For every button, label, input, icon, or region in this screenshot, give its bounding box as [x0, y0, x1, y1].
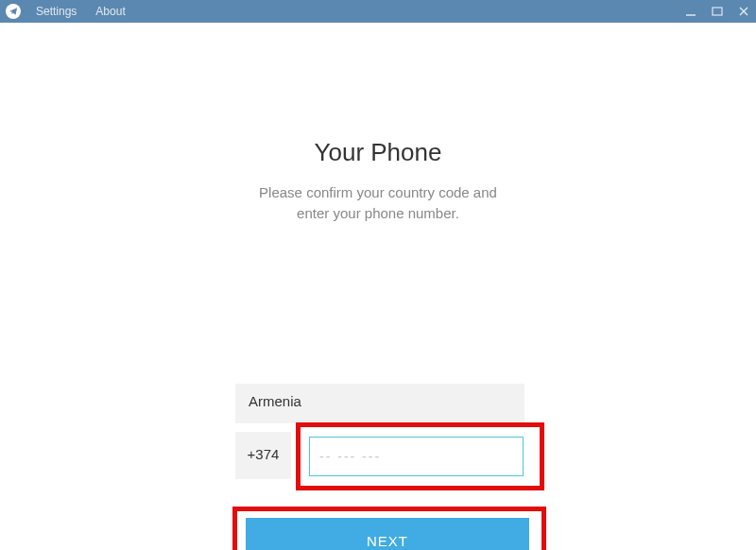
code-display: +374 — [235, 432, 291, 479]
next-button[interactable]: NEXT — [246, 518, 529, 550]
titlebar-left: Settings About — [6, 3, 129, 20]
phone-input[interactable] — [309, 437, 524, 476]
menu-about[interactable]: About — [92, 3, 129, 20]
telegram-icon — [6, 4, 21, 19]
svg-rect-1 — [713, 8, 722, 15]
page-title: Your Phone — [0, 138, 756, 167]
subtitle-line-1: Please confirm your country code and — [259, 184, 497, 200]
minimize-icon[interactable] — [684, 5, 697, 18]
close-icon[interactable] — [737, 5, 750, 18]
main-content: Your Phone Please confirm your country c… — [0, 138, 756, 550]
country-select[interactable]: Armenia — [235, 384, 524, 423]
menu-settings[interactable]: Settings — [32, 3, 80, 20]
titlebar: Settings About — [0, 0, 756, 23]
subtitle-line-2: enter your phone number. — [297, 205, 459, 221]
maximize-icon[interactable] — [711, 5, 724, 18]
page-subtitle: Please confirm your country code and ent… — [0, 182, 756, 224]
country-code-field[interactable]: +374 — [235, 432, 291, 479]
window-controls — [684, 5, 750, 18]
